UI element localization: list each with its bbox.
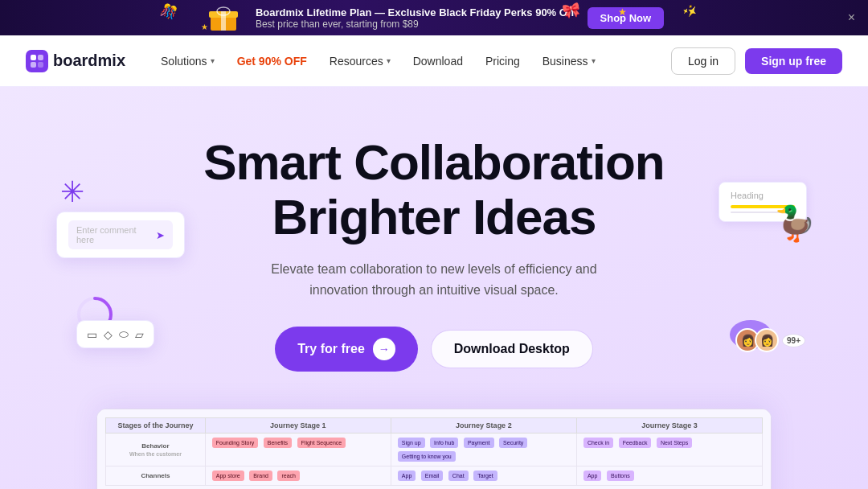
login-button[interactable]: Log in bbox=[671, 47, 735, 75]
parallelogram-shape-icon: ▱ bbox=[135, 328, 144, 341]
dashboard-preview: Stages of the Journey Journey Stage 1 Jo… bbox=[96, 409, 772, 489]
table-row-channels: Channels App store Brand reach App Email… bbox=[106, 466, 763, 486]
logo-link[interactable]: boardmix bbox=[26, 50, 125, 72]
table-header-2: Journey Stage 2 bbox=[391, 418, 576, 434]
resources-chevron-icon: ▾ bbox=[387, 56, 391, 65]
svg-rect-4 bbox=[26, 50, 48, 72]
nav-discount[interactable]: Get 90% OFF bbox=[227, 50, 317, 72]
solutions-chevron-icon: ▾ bbox=[211, 56, 215, 65]
comment-input-fake: Enter comment here ➤ bbox=[68, 220, 173, 249]
hero-title: Smart Collaboration Brighter Ideas bbox=[203, 135, 665, 244]
diamond-shape-icon: ◇ bbox=[104, 328, 113, 341]
svg-rect-5 bbox=[31, 55, 36, 60]
banner-center: Boardmix Lifetime Plan — Exclusive Black… bbox=[256, 6, 575, 30]
table-cell-c3: App Buttons bbox=[576, 466, 762, 486]
table-cell-c2: App Email Chat Target bbox=[391, 466, 576, 486]
asterisk-decoration: ✳ bbox=[60, 175, 84, 209]
table-header-1: Journey Stage 1 bbox=[205, 418, 391, 434]
banner-close-button[interactable]: × bbox=[848, 10, 855, 25]
shape-toolbar-decoration: ▭ ◇ ⬭ ▱ bbox=[76, 320, 154, 348]
try-arrow-icon: → bbox=[373, 338, 395, 360]
comment-box-decoration: Enter comment here ➤ bbox=[56, 212, 185, 258]
hero-subtitle: Elevate team collaboration to new levels… bbox=[257, 259, 611, 300]
table-row-behavior: Behavior When the customer Founding Stor… bbox=[106, 434, 763, 466]
table-cell-b2: Sign up Info hub Payment Security Gettin… bbox=[391, 434, 576, 466]
oval-shape-icon: ⬭ bbox=[119, 327, 129, 341]
download-desktop-button[interactable]: Download Desktop bbox=[431, 330, 593, 368]
table-header-0: Stages of the Journey bbox=[106, 418, 206, 434]
comment-send-icon: ➤ bbox=[156, 229, 165, 241]
nav-actions: Log in Sign up free bbox=[671, 47, 842, 75]
hero-section: ✳ Enter comment here ➤ ▭ ◇ ⬭ ▱ Heading 🦆… bbox=[0, 87, 868, 489]
main-nav: boardmix Solutions ▾ Get 90% OFF Resourc… bbox=[0, 35, 868, 87]
business-chevron-icon: ▾ bbox=[592, 56, 596, 65]
promo-banner: 🎊 🎀 ✨ ★ ★ Boardmix Lifetime Plan — Exclu… bbox=[0, 0, 868, 35]
table-cell-b3: Check in Feedback Next Steps bbox=[576, 434, 762, 466]
table-cell-b1: Founding Story Benefits Flight Sequence bbox=[205, 434, 391, 466]
duck-decoration: 🦆 bbox=[774, 203, 816, 243]
banner-sub-text: Best price than ever, starting from $89 bbox=[256, 18, 575, 30]
nav-download[interactable]: Download bbox=[403, 50, 473, 72]
avatar-2: 👩 bbox=[755, 328, 779, 352]
avatar-cluster-decoration: 👩 👩 99+ bbox=[735, 328, 805, 352]
banner-decoration-3: ✨ bbox=[681, 2, 699, 19]
avatar-count-badge: 99+ bbox=[782, 334, 805, 347]
svg-rect-2 bbox=[221, 11, 226, 31]
svg-rect-8 bbox=[38, 62, 43, 68]
svg-rect-6 bbox=[38, 55, 43, 60]
rect-shape-icon: ▭ bbox=[87, 328, 97, 341]
hero-buttons: Try for free → Download Desktop bbox=[275, 327, 593, 372]
table-cell-c1: App store Brand reach bbox=[205, 466, 391, 486]
dashboard-inner: Stages of the Journey Journey Stage 1 Jo… bbox=[97, 409, 771, 489]
journey-table: Stages of the Journey Journey Stage 1 Jo… bbox=[105, 417, 763, 486]
heading-card-label: Heading bbox=[731, 191, 795, 200]
nav-resources[interactable]: Resources ▾ bbox=[320, 50, 400, 72]
svg-rect-7 bbox=[31, 62, 36, 68]
signup-button[interactable]: Sign up free bbox=[745, 48, 842, 74]
banner-decoration-1: 🎊 bbox=[158, 2, 178, 22]
try-free-button[interactable]: Try for free → bbox=[275, 327, 418, 372]
nav-business[interactable]: Business ▾ bbox=[533, 50, 605, 72]
boardmix-logo-icon bbox=[26, 50, 48, 72]
table-header-3: Journey Stage 3 bbox=[576, 418, 762, 434]
nav-links: Solutions ▾ Get 90% OFF Resources ▾ Down… bbox=[151, 50, 671, 72]
nav-pricing[interactable]: Pricing bbox=[476, 50, 530, 72]
banner-promo-text: Boardmix Lifetime Plan — Exclusive Black… bbox=[256, 6, 575, 18]
logo-text: boardmix bbox=[53, 51, 125, 70]
nav-solutions[interactable]: Solutions ▾ bbox=[151, 50, 224, 72]
shop-now-button[interactable]: Shop Now bbox=[588, 7, 665, 29]
gift-icon bbox=[204, 3, 243, 32]
